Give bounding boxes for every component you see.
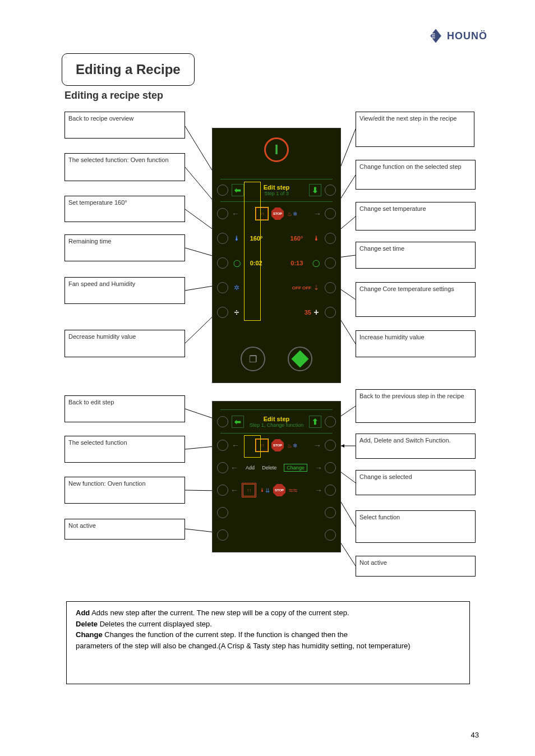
callout-change-temp: Change set temperature <box>356 202 476 231</box>
p2-btn-r3[interactable] <box>325 462 336 473</box>
btn-r2[interactable] <box>325 208 336 219</box>
next-step-arrow[interactable]: ⬇ <box>309 184 321 196</box>
callout-back-overview: Back to recipe overview <box>64 112 185 139</box>
brand-name: HOUNÖ <box>447 30 487 42</box>
selected-column-highlight <box>244 182 261 321</box>
callout-selected-func-2: The selected function <box>64 436 185 463</box>
btn-r5[interactable] <box>325 282 336 293</box>
btn-l5[interactable] <box>217 282 228 293</box>
callout-selected-function: The selected function: Oven function <box>64 153 185 181</box>
menu-change[interactable]: Change <box>284 464 307 472</box>
callout-not-active-l: Not active <box>64 519 185 540</box>
p2-prev-step-arrow[interactable]: ⬆ <box>309 416 321 428</box>
btn-r1[interactable] <box>325 185 336 196</box>
callout-core-temp: Change Core temperature settings <box>356 282 476 317</box>
power-button[interactable]: I <box>264 137 289 162</box>
p2-btn-l3[interactable] <box>217 462 228 473</box>
copy-button[interactable]: ❐ <box>241 347 265 371</box>
note-box: Add Adds new step after the current. The… <box>66 601 470 684</box>
steam-icon[interactable]: ≈≈ <box>289 486 297 495</box>
combi-icon: ♨❄ <box>287 442 297 449</box>
callout-not-active-r: Not active <box>356 556 476 577</box>
callout-fan-humidity: Fan speed and Humidity <box>64 277 185 304</box>
logo-icon <box>428 28 444 44</box>
menu-delete[interactable]: Delete <box>262 465 276 471</box>
p2-btn-l6[interactable] <box>217 529 228 541</box>
btn-r3[interactable] <box>325 233 336 244</box>
p2-btn-l2[interactable] <box>217 440 228 451</box>
p2-btn-l4[interactable] <box>217 485 228 496</box>
note-change-text: Changes the function of the current step… <box>103 630 348 639</box>
back-arrow[interactable]: ⬅ <box>232 184 244 196</box>
arrow-left-icon: ← <box>232 209 239 218</box>
p2-btn-l1[interactable] <box>217 416 228 427</box>
arrow-right-icon: → <box>313 441 321 450</box>
arrow-left-icon: ← <box>232 441 239 450</box>
p2-btn-r4[interactable] <box>325 485 336 496</box>
thermometer-red-icon: 🌡 <box>311 234 321 242</box>
p2-header-subtitle: Step 1, Change function <box>244 422 309 428</box>
oven-function-icon: ↑↑ <box>256 208 268 220</box>
callout-next-step: View/edit the next step in the recipe <box>356 112 474 147</box>
clock-right-icon: ◯ <box>311 259 321 267</box>
back-arrow-icon: ⬅ <box>234 186 241 195</box>
start-button[interactable] <box>288 347 312 371</box>
btn-l1[interactable] <box>217 185 228 196</box>
btn-r4[interactable] <box>325 257 336 269</box>
cooldown-icon[interactable]: 🌡⇊ <box>260 487 270 494</box>
new-func-oven-selected[interactable]: ↑↑ <box>242 483 256 497</box>
start-icon <box>291 350 308 367</box>
stop-icon: STOP <box>271 208 284 220</box>
back-arrow-icon: ⬅ <box>234 417 241 426</box>
svg-rect-2 <box>432 35 435 36</box>
callout-prev-step: Back to the previous step in the recipe <box>356 389 476 423</box>
p2-btn-l5[interactable] <box>217 507 228 518</box>
down-arrow-icon: ⬇ <box>312 186 319 195</box>
time-set-value: 0:13 <box>280 260 303 266</box>
p2-header-title: Edit step <box>244 416 309 422</box>
callout-remaining-time: Remaining time <box>64 234 185 261</box>
callout-change-selected: Change is selected <box>356 470 476 495</box>
p2-back-arrow[interactable]: ⬅ <box>232 416 244 428</box>
arrow-right-icon: → <box>315 486 322 495</box>
arrow-left-icon: ← <box>230 463 238 472</box>
plus-icon: + <box>311 307 321 317</box>
callout-decrease-humidity: Decrease humidity value <box>64 330 185 357</box>
callout-select-function: Select function <box>356 510 476 543</box>
temp-set-value: 160° <box>250 235 273 242</box>
arrow-right-icon: → <box>313 209 321 218</box>
header-subtitle: Step 1 of 3 <box>244 191 309 196</box>
callout-change-time: Change set time <box>356 242 476 269</box>
page-title: Editing a Recipe <box>62 53 195 86</box>
temp-actual-value: 160° <box>280 235 303 242</box>
menu-add[interactable]: Add <box>246 465 255 471</box>
p2-btn-r1[interactable] <box>325 416 336 427</box>
note-change-label: Change <box>76 630 103 639</box>
minus-icon: ÷ <box>232 307 242 317</box>
btn-l4[interactable] <box>217 257 228 269</box>
power-icon: I <box>275 142 279 158</box>
up-arrow-icon: ⬆ <box>312 417 319 426</box>
btn-r6[interactable] <box>325 307 336 318</box>
callout-set-temp: Set temperature 160° <box>64 196 185 222</box>
btn-l3[interactable] <box>217 233 228 244</box>
copy-icon: ❐ <box>249 354 257 365</box>
humidity-value: 35 <box>289 309 311 316</box>
oven-function-icon: ↑↑ <box>243 484 255 496</box>
page-number: 43 <box>471 731 479 739</box>
p2-btn-r2[interactable] <box>325 440 336 451</box>
btn-l2[interactable] <box>217 208 228 219</box>
callout-new-func: New function: Oven function <box>64 477 185 504</box>
brand-logo: HOUNÖ <box>428 28 487 44</box>
page-subtitle: Editing a recipe step <box>64 90 163 102</box>
oven-panel-edit-step: I ⬅ Edit step Step 1 of 3 ⬇ ← ↑↑ STOP <box>212 128 341 383</box>
callout-increase-humidity: Increase humidity value <box>356 330 476 357</box>
arrow-left-icon: ← <box>230 486 238 495</box>
arrow-right-icon: → <box>315 463 322 472</box>
probe-icon: ⇣ <box>311 284 321 292</box>
btn-l6[interactable] <box>217 307 228 318</box>
p2-btn-r6[interactable] <box>325 529 336 541</box>
p2-btn-r5[interactable] <box>325 507 336 518</box>
stop-icon[interactable]: STOP <box>273 484 285 496</box>
oven-function-icon: ↑↑ <box>256 439 268 451</box>
